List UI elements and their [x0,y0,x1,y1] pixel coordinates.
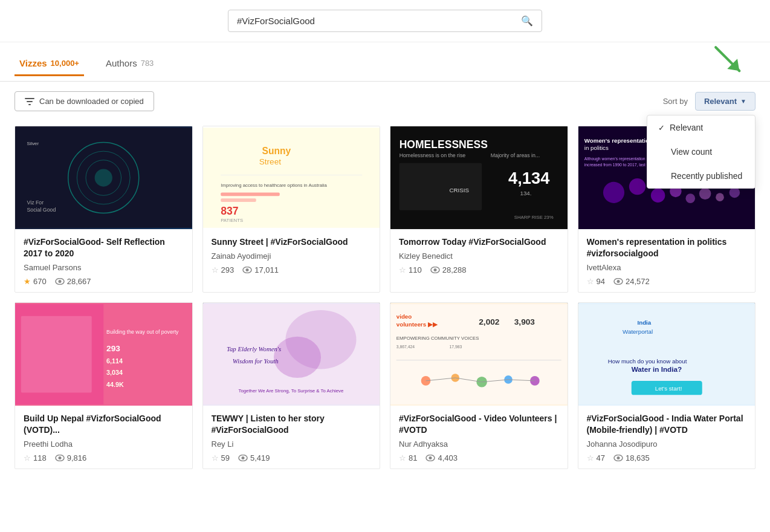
card-8-author: Johanna Josodipuro [587,440,747,449]
card-4-view-count: 24,572 [626,277,650,286]
search-bar: 🔍 [228,10,542,32]
card-2-stats: ☆ 293 17,011 [212,265,372,274]
card-5-stats: ☆ 118 9,816 [24,453,184,462]
card-1[interactable]: Viz For Social Good Silver #VizForSocial… [15,126,193,293]
card-5-thumb: Building the way out of poverty 293 6,11… [15,303,192,406]
card-7-thumb-svg: video volunteers ▶▶ 2,002 3,903 EMPOWERI… [390,303,568,406]
svg-text:Sunny: Sunny [262,146,291,156]
star-empty-icon: ☆ [212,265,219,274]
card-2-thumb: Sunny Street Improving access to healthc… [203,126,380,229]
card-6-views: 5,419 [238,453,270,462]
sort-label: Sort by [663,97,688,106]
card-6-stats: ☆ 59 5,419 [212,453,372,462]
card-5-views: 9,816 [55,453,87,462]
svg-text:Women's representation: Women's representation [584,137,652,144]
eye-icon [242,267,252,273]
svg-text:17,983: 17,983 [450,345,462,349]
svg-text:Silver: Silver [27,141,39,146]
svg-point-51 [616,280,620,283]
svg-text:3,867,424: 3,867,424 [396,345,415,349]
sort-option-recent-label: Recently published [671,171,742,181]
eye-icon [613,455,623,461]
card-5-stars: ☆ 118 [24,453,47,462]
search-input[interactable] [237,16,521,26]
card-8-stars: ☆ 47 [587,453,605,462]
svg-point-25 [246,268,249,271]
svg-text:volunteers ▶▶: volunteers ▶▶ [396,321,438,328]
svg-rect-2 [25,98,34,99]
card-7-author: Nur Adhyaksa [399,440,559,449]
svg-text:HOMELESSNESS: HOMELESSNESS [400,138,488,151]
card-6[interactable]: Tap Elderly Women's Wisdom for Youth Tog… [202,302,381,469]
svg-rect-32 [400,163,482,210]
card-6-stars: ☆ 59 [212,453,230,462]
svg-point-14 [58,280,61,283]
green-arrow-icon [713,45,743,75]
card-8[interactable]: India Waterportal How much do you know a… [578,302,756,469]
svg-text:837: 837 [221,205,238,217]
svg-text:3,034: 3,034 [106,369,123,376]
tab-authors[interactable]: Authors 783 [101,50,158,76]
card-1-stars: ★ 670 [24,277,47,286]
sort-option-relevant[interactable]: ✓ Relevant [647,115,755,140]
card-3[interactable]: HOMELESSNESS Homelessness is on the rise… [390,126,568,293]
card-4-title: Women's representation in politics #vizf… [587,236,747,259]
card-1-author: Samuel Parsons [24,263,184,272]
card-4-views: 24,572 [613,277,650,286]
svg-text:44.9K: 44.9K [106,380,124,388]
svg-text:India: India [637,319,651,326]
svg-point-69 [241,456,244,459]
svg-text:293: 293 [106,344,120,353]
card-4-info: Women's representation in politics #vizf… [578,229,755,292]
svg-rect-20 [221,192,280,196]
filter-icon [25,97,34,106]
card-4-star-count: 94 [597,277,605,286]
svg-text:6,114: 6,114 [106,357,123,364]
card-3-stars: ☆ 110 [399,265,422,274]
card-3-view-count: 28,288 [442,265,467,274]
card-7-title: #VizForSocialGood - Video Volunteers | #… [399,413,559,436]
svg-text:Let's start!: Let's start! [655,385,682,392]
svg-point-49 [729,187,740,198]
card-8-star-count: 47 [597,453,605,462]
card-5-title: Build Up Nepal #VizforSocialGood (VOTD).… [24,413,184,436]
sort-button[interactable]: Relevant ▼ [695,92,755,111]
card-5-author: Preethi Lodha [24,440,184,449]
card-3-title: Tomorrow Today #VizForSocialGood [399,236,559,248]
svg-point-61 [58,456,61,459]
card-2-author: Zainab Ayodimeji [212,251,372,261]
card-8-info: #VizForSocialGood - India Water Portal (… [578,406,755,469]
star-empty-icon: ☆ [399,265,406,274]
sort-option-recent[interactable]: Recently published [647,164,755,188]
card-8-title: #VizForSocialGood - India Water Portal (… [587,413,747,436]
star-empty-icon: ☆ [587,277,594,286]
svg-text:4,134: 4,134 [508,169,550,187]
sort-option-viewcount[interactable]: View count [647,140,755,164]
svg-text:Water in India?: Water in India? [631,365,681,373]
card-4-stats: ☆ 94 24,572 [587,277,747,286]
svg-point-48 [716,193,724,201]
card-3-thumb: HOMELESSNESS Homelessness is on the rise… [390,126,568,229]
tab-vizzes[interactable]: Vizzes 10,000+ [15,50,84,76]
card-3-author: Kizley Benedict [399,251,559,261]
card-1-stats: ★ 670 28,667 [24,277,184,286]
svg-text:134.: 134. [520,190,532,196]
svg-rect-59 [21,316,92,392]
svg-text:Social Good: Social Good [27,207,56,213]
card-1-views: 28,667 [55,277,91,286]
card-1-info: #VizForSocialGood- Self Reflection 2017 … [15,229,192,292]
card-6-title: TEWWY | Listen to her story #VizForSocia… [212,413,372,436]
chevron-down-icon: ▼ [740,98,746,105]
svg-text:Viz For: Viz For [27,199,44,206]
card-1-thumb-svg: Viz For Social Good Silver [15,126,192,229]
filter-button[interactable]: Can be downloaded or copied [15,91,154,111]
card-5[interactable]: Building the way out of poverty 293 6,11… [15,302,193,469]
card-6-thumb-svg: Tap Elderly Women's Wisdom for Youth Tog… [203,303,380,406]
card-5-view-count: 9,816 [67,453,87,462]
card-6-thumb: Tap Elderly Women's Wisdom for Youth Tog… [203,303,380,406]
card-7[interactable]: video volunteers ▶▶ 2,002 3,903 EMPOWERI… [390,302,568,469]
sort-option-viewcount-label: View count [671,147,712,157]
card-2[interactable]: Sunny Street Improving access to healthc… [202,126,381,293]
card-6-star-count: 59 [221,453,230,462]
eye-icon [430,267,440,273]
